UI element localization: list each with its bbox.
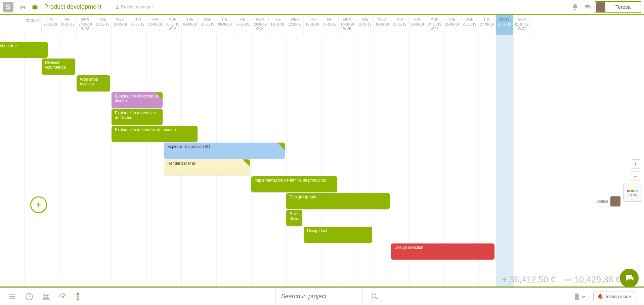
date-column[interactable]: TUE11-06-19 [269,15,286,35]
date-column[interactable]: MON03-06-19W 23 [164,15,181,35]
date-column[interactable]: MON27-05-19W 22 [77,15,94,35]
date-column[interactable]: WED05-06-19 [199,15,216,35]
plus-icon [35,201,42,208]
total-negative: 10,429.38 € [574,274,620,284]
date-column[interactable]: MON10-06-19W 24 [251,15,269,35]
svg-point-6 [77,293,79,295]
date-column[interactable]: FRI21-06-19 [409,15,426,35]
task-label: Renderizar M&F [167,161,197,166]
date-column[interactable]: THU20-06-19 [391,15,409,35]
date-column[interactable]: TUE04-06-19 [181,15,199,35]
date-column[interactable]: FRI31-05-19 [146,15,164,35]
svg-point-3 [46,294,49,297]
date-column[interactable]: TUE28-05-19 [94,15,112,35]
task-bar[interactable]: Exploración de interfaz de usuario [112,126,198,142]
zoom-out-button[interactable]: − [631,171,640,181]
date-column[interactable]: THU30-05-19 [129,15,146,35]
date-column[interactable]: WED26-06-19 [461,15,478,35]
task-label: Design Update [290,195,316,199]
testing-mode-button[interactable]: Testing mode [593,292,636,301]
task-bar[interactable]: Implementación de familia de productos [251,176,337,192]
task-bar[interactable]: Design direction [391,243,495,260]
task-bar[interactable]: Design test [304,227,372,243]
date-column[interactable]: FRI14-06-19 [321,15,339,35]
date-column[interactable]: WED19-06-19 [374,15,391,35]
date-column[interactable]: FRI24-05-19 [59,15,77,35]
svg-point-9 [372,294,376,298]
online-users[interactable]: Online [597,196,620,206]
testing-indicator-icon [598,294,603,299]
task-label: Revisión volumétrica [45,60,66,70]
plus-icon: + [502,274,507,284]
date-column[interactable]: TUE18-06-19 [356,15,374,35]
task-label: Workshop estético [80,77,98,86]
task-label: Design test [307,228,327,233]
minus-icon: — [564,274,572,284]
task-bar[interactable]: Renderizar M&F [164,159,250,176]
graduation-icon[interactable] [583,2,592,12]
task-bar[interactable]: shop de o [0,42,48,58]
project-manager-label[interactable]: Project manager [115,4,153,9]
bell-icon[interactable] [570,2,580,12]
zoom-in-button[interactable]: + [631,159,640,169]
date-column[interactable]: TUE25-06-19 [443,15,461,35]
svg-point-0 [117,5,118,7]
date-column[interactable]: MON24-06-19W 26 [426,15,443,35]
clock-icon[interactable] [25,292,34,301]
date-column[interactable]: WED29-05-19 [112,15,129,35]
app-logo[interactable]: S [3,2,13,12]
user-menu[interactable]: Teresa [595,1,641,13]
task-label: Design direction [394,245,423,250]
task-bar[interactable]: Exploración dirección de diseño [112,92,163,108]
timeline-header[interactable]: 22-05-19THU23-05-19FRI24-05-19MON27-05-1… [0,15,644,35]
svg-point-8 [77,298,79,300]
chevron-down-icon [582,295,585,298]
document-menu[interactable] [573,293,585,300]
task-bar[interactable]: Revisión volumétrica [42,59,75,75]
date-column[interactable]: FRI07-06-19 [234,15,251,35]
date-column[interactable]: MON17-06-19W 25 [339,15,356,35]
task-label: Explorar Decoración 3D [167,144,210,149]
document-icon [573,293,581,300]
task-label: Revi... dise... [290,212,301,221]
avatar [610,196,620,206]
team-icon[interactable] [42,292,50,301]
date-column[interactable]: WED12-06-19 [286,15,304,35]
briefcase-icon[interactable] [30,2,40,12]
person-icon [115,5,120,9]
date-column[interactable]: 22-05-19 [24,15,42,35]
dashboard-icon[interactable] [58,292,67,301]
gantt-chart[interactable]: + − CPM Online +36,412.50 € —10,429.38 €… [0,35,644,288]
task-label: Implementación de familia de productos [255,178,326,183]
header-bar: S Product development Project manager Te… [0,0,644,15]
task-label: shop de o [0,43,18,48]
task-bar[interactable]: Workshop estético [77,75,110,91]
task-bar[interactable]: Revi... dise... [286,210,302,226]
task-label: Exploración dirección de diseño [115,94,159,103]
date-column[interactable]: THU13-06-19 [304,15,321,35]
totals-bar: +36,412.50 € —10,429.38 € [502,274,620,285]
binoculars-icon[interactable] [18,2,28,12]
date-column[interactable]: Today28-06-19 [496,15,513,35]
user-name: Teresa [615,4,631,10]
date-column[interactable]: THU06-06-19 [216,15,234,35]
date-column[interactable]: THU23-05-19 [42,15,59,35]
total-positive: 36,412.50 € [509,274,555,284]
date-column[interactable]: MON01-07-19W 27 [513,15,531,35]
project-title[interactable]: Product development [44,3,101,10]
chat-icon [624,273,634,283]
date-column[interactable]: THU27-06-19 [478,15,496,35]
traffic-light-icon[interactable] [75,292,81,301]
task-bar[interactable]: Exploración materiales de diseño [112,109,163,125]
svg-point-7 [77,296,79,297]
search-input[interactable] [275,289,363,304]
task-label: Exploración materiales de diseño [115,111,156,120]
list-view-icon[interactable] [8,292,17,301]
task-bar[interactable]: Design Update [286,193,390,209]
cpm-toggle[interactable]: CPM [623,183,642,202]
task-label: Exploración de interfaz de usuario [115,127,176,132]
search-button[interactable] [371,293,378,300]
chat-button[interactable] [620,269,639,288]
task-bar[interactable]: Explorar Decoración 3D [164,143,285,159]
add-task-button[interactable] [30,196,47,213]
